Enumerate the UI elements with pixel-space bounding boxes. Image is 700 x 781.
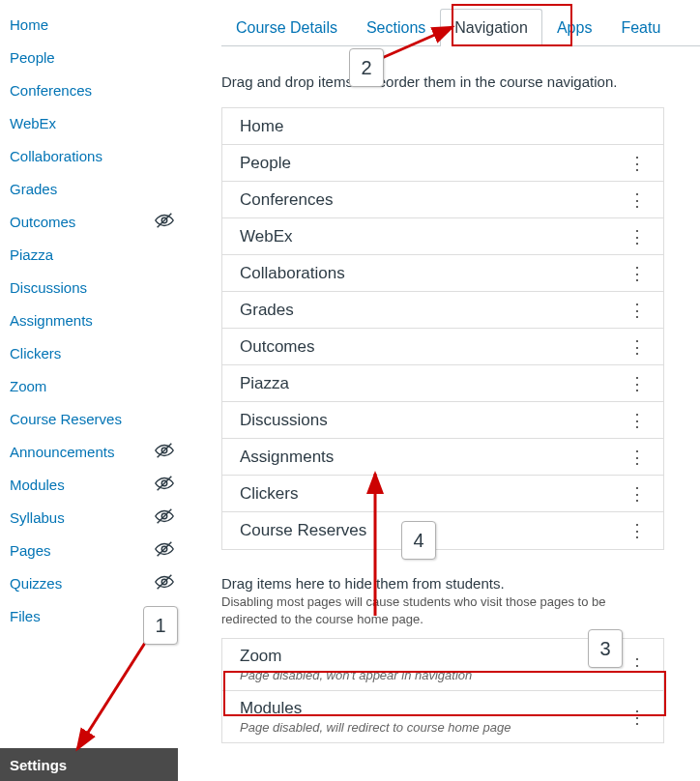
nav-item-grades[interactable]: Grades⋮ [222,292,663,329]
nav-item-label: People [240,154,291,173]
sidebar-link[interactable]: Home [10,16,48,33]
nav-item-assignments[interactable]: Assignments⋮ [222,439,663,476]
kebab-menu-icon[interactable]: ⋮ [625,379,650,389]
kebab-menu-icon[interactable]: ⋮ [625,305,650,315]
sidebar-link[interactable]: Conferences [10,82,92,99]
kebab-menu-icon[interactable]: ⋮ [625,269,650,278]
tab-apps[interactable]: Apps [542,9,606,46]
hidden-eye-icon [154,210,175,234]
nav-item-label: Course Reserves [240,521,366,540]
nav-item-outcomes[interactable]: Outcomes⋮ [222,329,663,365]
kebab-menu-icon[interactable]: ⋮ [625,660,650,670]
sidebar-item-quizzes[interactable]: Quizzes [10,566,189,599]
sidebar-link[interactable]: Collaborations [10,148,102,164]
kebab-menu-icon[interactable]: ⋮ [625,452,650,462]
hidden-section-subtitle: Disabling most pages will cause students… [221,593,664,628]
sidebar-link[interactable]: Quizzes [10,575,62,592]
nav-item-piazza[interactable]: Piazza⋮ [222,365,663,402]
hidden-eye-icon [154,604,175,628]
nav-item-label: Clickers [240,484,298,504]
nav-item-label: Zoom [240,647,472,666]
sidebar-item-grades[interactable]: Grades [10,172,189,205]
tab-sections[interactable]: Sections [352,9,440,46]
hidden-nav-section: Drag items here to hide them from studen… [221,575,664,743]
sidebar-link[interactable]: Discussions [10,279,87,296]
nav-item-webex[interactable]: WebEx⋮ [222,218,663,255]
kebab-menu-icon[interactable]: ⋮ [625,526,650,535]
sidebar-link[interactable]: WebEx [10,115,56,131]
hidden-section-title: Drag items here to hide them from studen… [221,575,664,592]
nav-item-home[interactable]: Home [222,108,663,145]
nav-item-label: Collaborations [240,264,345,283]
sidebar-link[interactable]: Syllabus [10,509,65,526]
nav-item-course-reserves[interactable]: Course Reserves⋮ [222,512,663,549]
sidebar-link[interactable]: Modules [10,477,65,493]
nav-item-conferences[interactable]: Conferences⋮ [222,182,663,218]
sidebar-item-collaborations[interactable]: Collaborations [10,139,189,172]
kebab-menu-icon[interactable]: ⋮ [625,712,650,722]
tab-course-details[interactable]: Course Details [221,9,352,46]
sidebar-item-assignments[interactable]: Assignments [10,304,189,336]
hidden-nav-list: ZoomPage disabled, won't appear in navig… [221,638,664,743]
kebab-menu-icon[interactable]: ⋮ [625,232,650,242]
nav-item-label: Outcomes [240,337,314,357]
sidebar-item-settings[interactable]: Settings [0,748,178,781]
nav-item-discussions[interactable]: Discussions⋮ [222,402,663,439]
nav-item-label: Conferences [240,190,333,210]
nav-item-label: Grades [240,301,294,320]
nav-item-label: Modules [240,699,510,718]
kebab-menu-icon[interactable]: ⋮ [625,195,650,205]
kebab-menu-icon[interactable]: ⋮ [625,489,650,499]
hidden-nav-item-zoom[interactable]: ZoomPage disabled, won't appear in navig… [222,639,663,691]
sidebar-link[interactable]: Clickers [10,345,61,362]
nav-item-sublabel: Page disabled, won't appear in navigatio… [240,668,472,682]
kebab-menu-icon[interactable]: ⋮ [625,416,650,425]
sidebar-link[interactable]: Piazza [10,246,53,263]
sidebar-item-conferences[interactable]: Conferences [10,73,189,106]
enabled-nav-list: HomePeople⋮Conferences⋮WebEx⋮Collaborati… [221,107,664,550]
hidden-eye-icon [154,473,175,497]
sidebar-item-outcomes[interactable]: Outcomes [10,205,189,238]
nav-item-label: Assignments [240,448,334,467]
sidebar-link[interactable]: Outcomes [10,214,75,230]
hidden-nav-item-modules[interactable]: ModulesPage disabled, will redirect to c… [222,691,663,742]
sidebar-item-course-reserves[interactable]: Course Reserves [10,402,189,435]
sidebar-item-announcements[interactable]: Announcements [10,435,189,468]
tab-featu[interactable]: Featu [606,9,675,46]
sidebar-link[interactable]: Zoom [10,378,46,394]
hidden-eye-icon [154,538,175,563]
sidebar-link[interactable]: Files [10,608,41,624]
sidebar-link[interactable]: Pages [10,542,51,559]
hidden-eye-icon [154,440,175,464]
sidebar-link[interactable]: Grades [10,181,57,197]
sidebar-item-files[interactable]: Files [10,599,189,632]
instructions-text: Drag and drop items to reorder them in t… [221,73,700,90]
settings-tabs: Course DetailsSectionsNavigationAppsFeat… [221,6,700,46]
nav-item-label: Home [240,117,283,136]
kebab-menu-icon[interactable]: ⋮ [625,159,650,168]
sidebar-item-clickers[interactable]: Clickers [10,336,189,369]
sidebar-item-zoom[interactable]: Zoom [10,369,189,402]
main-content: Course DetailsSectionsNavigationAppsFeat… [189,0,700,781]
nav-item-people[interactable]: People⋮ [222,145,663,182]
sidebar-item-discussions[interactable]: Discussions [10,271,189,304]
nav-item-label: WebEx [240,227,293,246]
sidebar-item-people[interactable]: People [10,41,189,73]
sidebar-link[interactable]: Announcements [10,444,114,460]
sidebar-link[interactable]: People [10,49,55,66]
nav-item-collaborations[interactable]: Collaborations⋮ [222,255,663,292]
nav-item-label: Discussions [240,411,328,430]
sidebar-item-syllabus[interactable]: Syllabus [10,501,189,534]
sidebar-item-piazza[interactable]: Piazza [10,238,189,271]
sidebar-item-webex[interactable]: WebEx [10,106,189,139]
sidebar-item-modules[interactable]: Modules [10,468,189,501]
sidebar-link[interactable]: Course Reserves [10,411,122,427]
kebab-menu-icon[interactable]: ⋮ [625,342,650,352]
sidebar-link[interactable]: Assignments [10,312,93,329]
tab-navigation[interactable]: Navigation [440,9,542,46]
sidebar-item-home[interactable]: Home [10,8,189,41]
nav-item-clickers[interactable]: Clickers⋮ [222,476,663,512]
sidebar: HomePeopleConferencesWebExCollaborations… [0,0,189,781]
nav-item-label: Piazza [240,374,289,393]
sidebar-item-pages[interactable]: Pages [10,534,189,566]
